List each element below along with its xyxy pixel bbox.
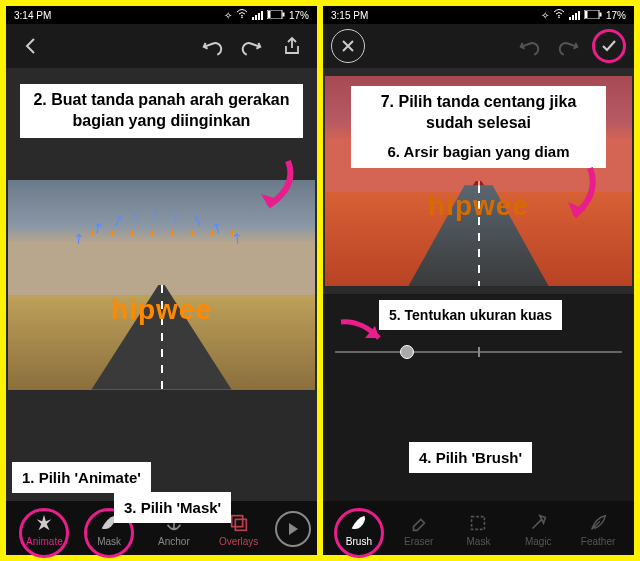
wifi-icon bbox=[553, 9, 565, 21]
undo-button[interactable] bbox=[195, 29, 229, 63]
callout-step-1: 1. Pilih 'Animate' bbox=[12, 462, 151, 494]
status-icons: ✧ 17% bbox=[224, 9, 309, 21]
callout-step-2: 2. Buat tanda panah arah gerakan bagian … bbox=[20, 84, 303, 138]
status-bar: 3:14 PM ✧ 17% bbox=[6, 6, 317, 24]
tab-label: Mask bbox=[97, 536, 121, 547]
controls-area: 5. Tentukan ukuran kuas 4. Pilih 'Brush' bbox=[323, 294, 634, 501]
share-button[interactable] bbox=[275, 29, 309, 63]
tab-label: Animate bbox=[26, 536, 63, 547]
tutorial-container: 3:14 PM ✧ 17% bbox=[0, 0, 640, 561]
tab-label: Anchor bbox=[158, 536, 190, 547]
svg-point-0 bbox=[241, 17, 243, 19]
brush-size-slider[interactable] bbox=[335, 351, 622, 353]
vibrate-icon: ✧ bbox=[224, 10, 232, 21]
wifi-icon bbox=[236, 9, 248, 21]
confirm-button[interactable] bbox=[592, 29, 626, 63]
watermark: hipwee bbox=[428, 190, 529, 222]
pink-arrow-6 bbox=[560, 164, 604, 228]
svg-rect-9 bbox=[585, 11, 588, 18]
cancel-button[interactable] bbox=[331, 29, 365, 63]
svg-point-7 bbox=[558, 17, 560, 19]
tab-mask[interactable]: Mask bbox=[449, 512, 509, 547]
tab-label: Eraser bbox=[404, 536, 433, 547]
callout-step-4: 4. Pilih 'Brush' bbox=[409, 442, 532, 474]
callout-step-3: 3. Pilih 'Mask' bbox=[114, 492, 231, 524]
svg-rect-6 bbox=[235, 519, 246, 530]
bottom-tabs: Brush Eraser Mask Magic Feather bbox=[323, 501, 634, 555]
phone-left: 3:14 PM ✧ 17% bbox=[6, 6, 317, 555]
redo-button[interactable] bbox=[235, 29, 269, 63]
tab-magic[interactable]: Magic bbox=[508, 512, 568, 547]
signal-icon bbox=[569, 11, 580, 20]
tab-label: Feather bbox=[581, 536, 615, 547]
pink-arrow-2 bbox=[253, 156, 303, 216]
svg-rect-5 bbox=[231, 515, 242, 526]
top-toolbar bbox=[6, 24, 317, 68]
signal-icon bbox=[252, 11, 263, 20]
callout-step-7: 7. Pilih tanda centang jika sudah selesa… bbox=[351, 86, 606, 140]
top-toolbar bbox=[323, 24, 634, 68]
svg-rect-10 bbox=[599, 12, 601, 16]
tab-label: Brush bbox=[346, 536, 372, 547]
tab-animate[interactable]: Animate bbox=[12, 512, 77, 547]
battery-pct: 17% bbox=[289, 10, 309, 21]
tab-brush[interactable]: Brush bbox=[329, 512, 389, 547]
status-bar: 3:15 PM ✧ 17% bbox=[323, 6, 634, 24]
status-time: 3:14 PM bbox=[14, 10, 51, 21]
svg-rect-11 bbox=[472, 516, 485, 529]
svg-rect-2 bbox=[268, 11, 271, 18]
battery-icon bbox=[584, 10, 602, 21]
tab-feather[interactable]: Feather bbox=[568, 512, 628, 547]
status-icons: ✧ 17% bbox=[541, 9, 626, 21]
pink-arrow-5 bbox=[335, 316, 389, 350]
back-button[interactable] bbox=[14, 29, 48, 63]
slider-thumb[interactable] bbox=[400, 345, 414, 359]
tab-label: Magic bbox=[525, 536, 552, 547]
battery-icon bbox=[267, 10, 285, 21]
tab-label: Mask bbox=[467, 536, 491, 547]
callout-step-6: 6. Arsir bagian yang diam bbox=[351, 136, 606, 168]
anchor-dots: ✦✦✦✦✦✦✦✦ bbox=[82, 228, 242, 239]
phone-right: 3:15 PM ✧ 17% bbox=[323, 6, 634, 555]
status-time: 3:15 PM bbox=[331, 10, 368, 21]
callout-step-5: 5. Tentukan ukuran kuas bbox=[379, 300, 562, 330]
tab-eraser[interactable]: Eraser bbox=[389, 512, 449, 547]
battery-pct: 17% bbox=[606, 10, 626, 21]
undo-button[interactable] bbox=[512, 29, 546, 63]
watermark: hipwee bbox=[111, 294, 212, 326]
vibrate-icon: ✧ bbox=[541, 10, 549, 21]
redo-button[interactable] bbox=[552, 29, 586, 63]
play-button[interactable] bbox=[275, 511, 311, 547]
tab-label: Overlays bbox=[219, 536, 258, 547]
svg-rect-3 bbox=[282, 12, 284, 16]
